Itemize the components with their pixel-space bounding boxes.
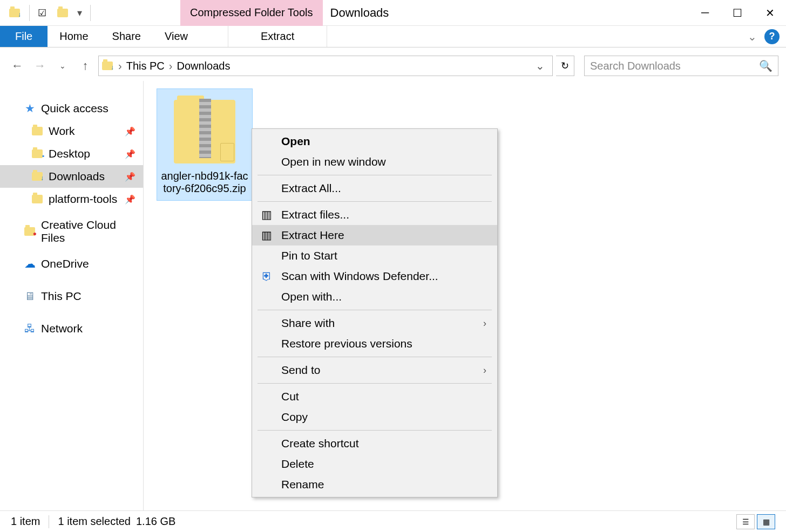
back-button[interactable]: ← — [8, 56, 27, 76]
folder-icon[interactable]: ↓ — [5, 4, 24, 22]
contextual-tab-header: Compressed Folder Tools — [180, 0, 323, 26]
ctx-separator — [258, 310, 492, 310]
file-tab[interactable]: File — [0, 26, 48, 47]
ctx-extract-files[interactable]: ▥ Extract files... — [252, 204, 497, 225]
forward-button[interactable]: → — [30, 56, 50, 76]
ctx-item-label: Cut — [281, 390, 299, 403]
ctx-cut[interactable]: Cut — [252, 386, 497, 407]
archive-icon: ▥ — [261, 229, 273, 241]
search-placeholder: Search Downloads — [590, 60, 681, 72]
quick-access-toolbar: ↓ ☑ ▾ — [0, 0, 94, 25]
cloud-icon: ☁ — [24, 258, 36, 270]
tab-home[interactable]: Home — [48, 26, 100, 47]
pin-icon: 📌 — [125, 149, 135, 159]
breadcrumb-downloads[interactable]: Downloads — [174, 60, 232, 72]
chevron-right-icon[interactable]: › — [116, 60, 124, 72]
address-bar[interactable]: ↓ › This PC › Downloads ⌄ — [98, 56, 553, 76]
sidebar-item-label: platform-tools — [49, 193, 117, 206]
folder-icon — [31, 125, 43, 137]
history-dropdown-icon[interactable]: ⌄ — [53, 56, 72, 76]
help-icon[interactable]: ? — [764, 29, 780, 44]
ctx-extract-here[interactable]: ▥ Extract Here — [252, 225, 497, 245]
tab-share[interactable]: Share — [100, 26, 153, 47]
new-folder-icon[interactable] — [53, 4, 72, 22]
status-selected-count: 1 item selected — [58, 515, 131, 528]
sidebar-item-network[interactable]: 🖧 Network — [0, 317, 143, 340]
sidebar-item-label: Quick access — [41, 102, 109, 115]
ctx-pin-to-start[interactable]: Pin to Start — [252, 245, 497, 266]
ctx-create-shortcut[interactable]: Create shortcut — [252, 433, 497, 454]
ctx-open-with[interactable]: Open with... — [252, 287, 497, 307]
ctx-item-label: Extract All... — [281, 182, 341, 195]
ctx-item-label: Extract Here — [281, 229, 344, 242]
star-icon: ★ — [24, 103, 36, 114]
folder-icon: ● — [24, 226, 36, 237]
sidebar-item-desktop[interactable]: ▪ Desktop 📌 — [0, 142, 143, 165]
ribbon-tabs: File Home Share View Extract ⌄ ? — [0, 26, 786, 47]
ctx-item-label: Open with... — [281, 290, 342, 303]
ctx-rename[interactable]: Rename — [252, 474, 497, 495]
ctx-scan-defender[interactable]: ⛨ Scan with Windows Defender... — [252, 266, 497, 287]
ctx-open[interactable]: Open — [252, 131, 497, 152]
ctx-separator — [258, 430, 492, 431]
ctx-item-label: Open — [281, 135, 310, 148]
ctx-item-label: Open in new window — [281, 155, 386, 168]
navigation-pane: ★ Quick access Work 📌 ▪ Desktop 📌 ↓ Down… — [0, 81, 144, 510]
sidebar-item-label: OneDrive — [41, 257, 89, 270]
ctx-copy[interactable]: Copy — [252, 407, 497, 427]
pin-icon: 📌 — [125, 126, 135, 137]
status-bar: 1 item 1 item selected 1.16 GB ☰ ▦ — [0, 510, 786, 532]
network-icon: 🖧 — [24, 323, 36, 335]
ctx-delete[interactable]: Delete — [252, 454, 497, 474]
sidebar-item-platform-tools[interactable]: platform-tools 📌 — [0, 188, 143, 210]
sidebar-item-work[interactable]: Work 📌 — [0, 120, 143, 142]
details-view-button[interactable]: ☰ — [736, 514, 755, 529]
ctx-extract-all[interactable]: Extract All... — [252, 178, 497, 199]
thumbnails-view-button[interactable]: ▦ — [757, 514, 775, 529]
ctx-separator — [258, 175, 492, 175]
chevron-right-icon[interactable]: › — [167, 60, 175, 72]
pin-icon: 📌 — [125, 194, 135, 204]
window-title: Downloads — [330, 6, 389, 20]
ctx-item-label: Create shortcut — [281, 437, 359, 450]
ctx-open-new-window[interactable]: Open in new window — [252, 152, 497, 172]
ctx-item-label: Pin to Start — [281, 249, 337, 262]
sidebar-item-label: Downloads — [49, 170, 105, 183]
divider — [90, 5, 91, 21]
tab-extract[interactable]: Extract — [228, 26, 327, 47]
ctx-item-label: Restore previous versions — [281, 337, 412, 350]
folder-icon: ↓ — [31, 170, 43, 182]
sidebar-item-downloads[interactable]: ↓ Downloads 📌 — [0, 165, 143, 188]
sidebar-item-onedrive[interactable]: ☁ OneDrive — [0, 253, 143, 275]
qat-dropdown-icon[interactable]: ▾ — [74, 4, 85, 22]
ctx-share-with[interactable]: Share with › — [252, 313, 497, 333]
folder-icon — [31, 193, 43, 205]
address-dropdown-icon[interactable]: ⌄ — [531, 59, 549, 72]
properties-icon[interactable]: ☑ — [33, 4, 51, 22]
refresh-button[interactable]: ↻ — [556, 56, 574, 76]
folder-icon: ▪ — [31, 148, 43, 160]
close-button[interactable]: ✕ — [754, 2, 786, 24]
sidebar-item-this-pc[interactable]: 🖥 This PC — [0, 285, 143, 308]
sidebar-item-label: Network — [41, 322, 83, 335]
sidebar-item-creative-cloud[interactable]: ● Creative Cloud Files — [0, 220, 143, 243]
status-selected-size: 1.16 GB — [136, 515, 175, 528]
minimize-button[interactable]: ─ — [689, 2, 721, 24]
archive-icon: ▥ — [261, 209, 273, 221]
sidebar-quick-access[interactable]: ★ Quick access — [0, 97, 143, 120]
file-item-zip[interactable]: angler-nbd91k-factory-6f206c95.zip — [157, 88, 253, 201]
up-button[interactable]: ↑ — [76, 56, 95, 76]
ctx-item-label: Copy — [281, 411, 308, 424]
location-icon: ↓ — [102, 62, 113, 70]
ctx-restore-versions[interactable]: Restore previous versions — [252, 333, 497, 354]
tab-view[interactable]: View — [153, 26, 200, 47]
ctx-separator — [258, 201, 492, 202]
breadcrumb-this-pc[interactable]: This PC — [124, 60, 167, 72]
file-name-label: angler-nbd91k-factory-6f206c95.zip — [160, 170, 249, 195]
navigation-row: ← → ⌄ ↑ ↓ › This PC › Downloads ⌄ ↻ Sear… — [0, 51, 786, 81]
maximize-button[interactable]: ☐ — [721, 2, 754, 24]
ctx-send-to[interactable]: Send to › — [252, 360, 497, 380]
ribbon-collapse-icon[interactable]: ⌄ — [748, 30, 757, 43]
search-input[interactable]: Search Downloads 🔍 — [584, 56, 778, 76]
chevron-right-icon: › — [483, 365, 486, 376]
